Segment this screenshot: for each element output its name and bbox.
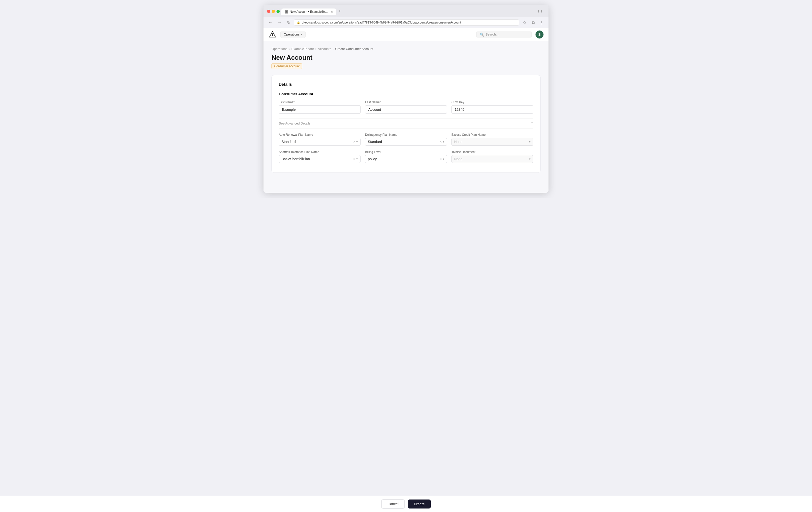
last-name-input[interactable] bbox=[365, 105, 447, 114]
excess-credit-value: None bbox=[454, 140, 463, 144]
tab-title: New Account • ExampleTenan bbox=[290, 10, 329, 13]
billing-level-clear-icon[interactable]: × bbox=[439, 157, 441, 161]
search-box[interactable]: 🔍 bbox=[476, 31, 531, 38]
breadcrumb: Operations › ExampleTenant › Accounts › … bbox=[271, 47, 541, 51]
billing-level-value: policy bbox=[368, 157, 438, 161]
billing-level-label: Billing Level bbox=[365, 150, 447, 154]
menu-button[interactable]: ⋮ bbox=[538, 19, 545, 26]
invoice-doc-value: None bbox=[454, 157, 463, 161]
basic-fields-row: First Name* Last Name* CRM Key bbox=[279, 101, 533, 114]
search-input[interactable] bbox=[486, 32, 528, 36]
breadcrumb-sep-1: › bbox=[289, 47, 290, 51]
forward-button[interactable]: → bbox=[276, 19, 283, 26]
crm-key-group: CRM Key bbox=[452, 101, 533, 114]
excess-credit-select[interactable]: None ▾ bbox=[452, 138, 533, 146]
operations-label: Operations bbox=[284, 32, 300, 36]
invoice-doc-label: Invoice Document bbox=[452, 150, 533, 154]
window-menu-icon[interactable]: ⋮⋮ bbox=[535, 9, 545, 14]
bookmark-button[interactable]: ☆ bbox=[521, 19, 528, 26]
billing-level-group: Billing Level policy × ▾ bbox=[365, 150, 447, 163]
shortfall-clear-icon[interactable]: × bbox=[353, 157, 355, 161]
advanced-details-toggle[interactable]: See Advanced Details ⌃ bbox=[279, 118, 533, 129]
invoice-doc-arrow-icon[interactable]: ▾ bbox=[529, 157, 530, 161]
browser-navbar: ← → ↻ 🔒 ui-ec-sandbox.socotra.com/en/ope… bbox=[263, 17, 549, 28]
new-tab-button[interactable]: + bbox=[336, 7, 343, 15]
delinquency-select[interactable]: Standard × ▾ bbox=[365, 138, 447, 146]
auto-renewal-label: Auto Renewal Plan Name bbox=[279, 133, 360, 137]
chevron-up-icon: ⌃ bbox=[530, 121, 533, 126]
last-name-label: Last Name* bbox=[365, 101, 447, 104]
lock-icon: 🔒 bbox=[297, 21, 300, 24]
excess-credit-group: Excess Credit Plan Name None ▾ bbox=[452, 133, 533, 146]
billing-level-arrow-icon[interactable]: ▾ bbox=[443, 157, 444, 161]
tab-close-icon[interactable]: × bbox=[331, 10, 333, 13]
breadcrumb-sep-2: › bbox=[315, 47, 316, 51]
delinquency-label: Delinquency Plan Name bbox=[365, 133, 447, 137]
auto-renewal-value: Standard bbox=[282, 140, 352, 144]
auto-renewal-clear-icon[interactable]: × bbox=[353, 140, 355, 144]
crm-key-label: CRM Key bbox=[452, 101, 533, 104]
shortfall-group: Shortfall Tolerance Plan Name BasicShort… bbox=[279, 150, 360, 163]
reload-button[interactable]: ↻ bbox=[285, 19, 292, 26]
address-bar[interactable]: 🔒 ui-ec-sandbox.socotra.com/en/operation… bbox=[294, 19, 519, 26]
search-icon: 🔍 bbox=[480, 32, 484, 36]
svg-point-2 bbox=[272, 33, 273, 33]
breadcrumb-sep-3: › bbox=[333, 47, 334, 51]
first-name-input[interactable] bbox=[279, 105, 360, 114]
shortfall-arrow-icon[interactable]: ▾ bbox=[356, 157, 358, 161]
auto-renewal-select[interactable]: Standard × ▾ bbox=[279, 138, 360, 146]
delinquency-value: Standard bbox=[368, 140, 438, 144]
invoice-doc-select[interactable]: None ▾ bbox=[452, 155, 533, 163]
billing-level-select[interactable]: policy × ▾ bbox=[365, 155, 447, 163]
section-title: Details bbox=[279, 82, 533, 87]
nav-chevron-icon: ▾ bbox=[301, 33, 302, 36]
tab-favicon: ⟡ bbox=[285, 10, 288, 13]
last-name-group: Last Name* bbox=[365, 101, 447, 114]
breadcrumb-operations[interactable]: Operations bbox=[271, 47, 288, 51]
extensions-button[interactable]: ⧉ bbox=[529, 19, 536, 26]
close-button[interactable] bbox=[267, 10, 270, 13]
excess-credit-label: Excess Credit Plan Name bbox=[452, 133, 533, 137]
breadcrumb-current: Create Consumer Account bbox=[335, 47, 373, 51]
minimize-button[interactable] bbox=[272, 10, 275, 13]
account-type-badge: Consumer Account bbox=[271, 63, 302, 69]
back-button[interactable]: ← bbox=[267, 19, 274, 26]
url-text: ui-ec-sandbox.socotra.com/en/operations/… bbox=[302, 21, 516, 24]
avatar[interactable]: S bbox=[535, 30, 544, 38]
advanced-fields-row-1: Auto Renewal Plan Name Standard × ▾ Deli… bbox=[279, 133, 533, 146]
invoice-doc-group: Invoice Document None ▾ bbox=[452, 150, 533, 163]
app-logo bbox=[268, 30, 277, 38]
browser-tab[interactable]: ⟡ New Account • ExampleTenan × bbox=[281, 8, 336, 15]
shortfall-label: Shortfall Tolerance Plan Name bbox=[279, 150, 360, 154]
delinquency-arrow-icon[interactable]: ▾ bbox=[443, 140, 444, 143]
delinquency-clear-icon[interactable]: × bbox=[439, 140, 441, 144]
details-card: Details Consumer Account First Name* Las… bbox=[271, 75, 541, 173]
operations-nav-button[interactable]: Operations ▾ bbox=[281, 31, 306, 38]
sub-section-title: Consumer Account bbox=[279, 92, 533, 96]
first-name-group: First Name* bbox=[279, 101, 360, 114]
page-content: Operations › ExampleTenant › Accounts › … bbox=[263, 41, 549, 193]
page-title: New Account bbox=[271, 54, 541, 61]
advanced-fields-row-2: Shortfall Tolerance Plan Name BasicShort… bbox=[279, 150, 533, 163]
breadcrumb-accounts[interactable]: Accounts bbox=[318, 47, 331, 51]
breadcrumb-tenant[interactable]: ExampleTenant bbox=[291, 47, 314, 51]
delinquency-group: Delinquency Plan Name Standard × ▾ bbox=[365, 133, 447, 146]
maximize-button[interactable] bbox=[277, 10, 280, 13]
advanced-details-label: See Advanced Details bbox=[279, 121, 311, 125]
auto-renewal-group: Auto Renewal Plan Name Standard × ▾ bbox=[279, 133, 360, 146]
shortfall-value: BasicShortfallPlan bbox=[282, 157, 352, 161]
crm-key-input[interactable] bbox=[452, 105, 533, 114]
auto-renewal-arrow-icon[interactable]: ▾ bbox=[356, 140, 358, 143]
app-header: Operations ▾ 🔍 S bbox=[263, 28, 549, 41]
excess-credit-arrow-icon[interactable]: ▾ bbox=[529, 140, 530, 143]
first-name-label: First Name* bbox=[279, 101, 360, 104]
shortfall-select[interactable]: BasicShortfallPlan × ▾ bbox=[279, 155, 360, 163]
